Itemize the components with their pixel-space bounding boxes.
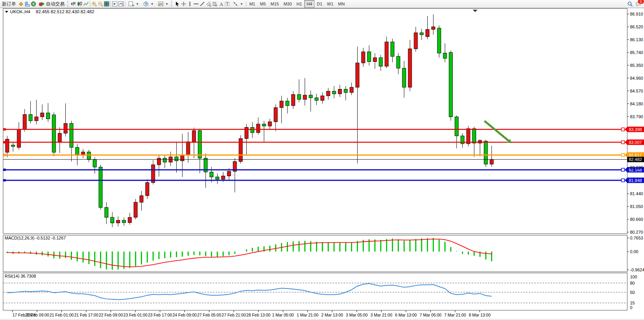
time-tick-label: 2 Mar 13:00 (321, 313, 343, 317)
time-tick-label: 7 Mar 05:00 (419, 313, 441, 317)
candle-body (128, 217, 132, 223)
line-chart-icon[interactable] (83, 1, 89, 7)
candle-body (122, 220, 126, 223)
toolbar-grip[interactable] (67, 1, 70, 7)
arrows-tool-icon (232, 1, 239, 7)
timeframe-button-m1[interactable]: M1 (247, 0, 258, 8)
timeframe-button-m15[interactable]: M15 (268, 0, 281, 8)
candle-body (262, 124, 266, 126)
chevron-down-icon: ▼ (165, 2, 168, 6)
line-left-anchor[interactable] (3, 169, 6, 171)
chart-title-quotes: 82.455 82.512 82.430 82.482 (36, 9, 94, 14)
line-right-anchor[interactable] (621, 179, 625, 182)
candle-body (443, 53, 447, 59)
line-right-anchor[interactable] (621, 168, 625, 171)
candle-body (484, 141, 488, 164)
timeframe-button-w1[interactable]: W1 (325, 0, 336, 8)
zoom-out-icon[interactable] (97, 1, 104, 7)
candle-body (490, 159, 493, 164)
time-tick-label: 3 Mar 21:00 (370, 313, 392, 317)
toolbar-separator (111, 1, 111, 7)
macd-tick-label: 0.7653 (630, 236, 643, 240)
candle-body (356, 63, 359, 87)
candle-body (256, 124, 260, 133)
text-label-tool-icon[interactable]: T (224, 1, 230, 7)
tile-windows-icon[interactable] (104, 1, 110, 7)
trendline-tool-icon[interactable] (199, 1, 205, 7)
new-order-button[interactable]: 新订单 (0, 0, 18, 8)
candle-body (11, 145, 15, 146)
profiles-button[interactable]: ▼ (141, 0, 156, 8)
rsi-tick-label: 80 (630, 281, 635, 285)
auto-trading-button[interactable]: 自动交易 (37, 0, 67, 8)
line-left-anchor[interactable] (3, 141, 6, 143)
timeframe-button-h1[interactable]: H1 (294, 0, 304, 8)
line-right-anchor[interactable] (621, 154, 625, 157)
price-tick-label: 85.740 (630, 50, 643, 55)
price-axis[interactable]: 86.91086.52086.13085.74085.35084.96084.5… (627, 12, 643, 234)
time-tick-label: 6 Mar 13:00 (395, 313, 417, 317)
candle-body (105, 208, 108, 217)
timeframe-button-d1[interactable]: D1 (314, 0, 325, 8)
channel-tool-icon[interactable]: E (205, 1, 212, 7)
time-tick-label: 27 Feb 21:00 (222, 313, 246, 317)
vertical-line-tool-icon[interactable] (187, 1, 193, 7)
new-chart-button[interactable]: ▼ (126, 0, 141, 8)
line-right-anchor[interactable] (621, 141, 625, 144)
price-tick-label: 80.660 (630, 217, 643, 222)
candle-body (449, 52, 453, 117)
candle-body (361, 52, 365, 63)
time-tick-label: 1 Mar 05:00 (272, 313, 294, 317)
candle-body (146, 182, 149, 196)
crosshair-icon[interactable] (181, 1, 187, 7)
candle-body (426, 30, 429, 37)
timeframe-button-m5[interactable]: M5 (258, 0, 268, 8)
search-icon[interactable] (627, 1, 633, 7)
toolbar-grip[interactable] (171, 1, 174, 7)
candle-body (70, 123, 73, 147)
time-tick-label: 1 Mar 21:00 (297, 313, 318, 317)
notifications-button[interactable]: 1 (635, 1, 642, 7)
candle-body (344, 89, 347, 92)
time-axis[interactable]: 17 Feb 202320 Feb 09:0021 Feb 01:0021 Fe… (12, 310, 491, 317)
rsi-label: RSI(14) 36.7308 (5, 274, 36, 278)
zoom-in-icon[interactable] (91, 1, 97, 7)
text-tool-icon[interactable]: A (218, 1, 224, 7)
navigator-icon[interactable] (30, 1, 37, 7)
indicator-window-remove-icon[interactable] (118, 1, 124, 7)
rsi-tick-label: 15 (630, 301, 635, 305)
rsi-tick-label: 0 (630, 305, 632, 310)
candle-body (5, 139, 9, 152)
line-left-anchor[interactable] (3, 179, 6, 182)
indicator-window-add-icon[interactable] (112, 1, 118, 7)
timeframe-button-mn[interactable]: MN (336, 0, 347, 8)
notification-count-badge: 1 (638, 0, 644, 4)
line-right-anchor[interactable] (621, 128, 625, 131)
svg-text:T: T (226, 2, 228, 6)
indicators-button[interactable]: ▼ (156, 0, 170, 8)
svg-text:E: E (209, 4, 211, 7)
cursor-icon[interactable] (174, 1, 181, 7)
timeframe-button-m30[interactable]: M30 (281, 0, 294, 8)
timeframe-button-h4[interactable]: H4 (304, 0, 314, 8)
auto-trading-icon (39, 1, 45, 7)
data-window-icon[interactable] (24, 1, 30, 7)
market-watch-icon[interactable] (18, 1, 24, 7)
fibonacci-tool-icon[interactable]: F (212, 1, 218, 7)
shapes-button[interactable]: ▼ (230, 0, 245, 8)
bar-chart-icon[interactable] (70, 1, 77, 7)
candle-body (251, 127, 254, 133)
time-tick-label: 23 Feb 17:00 (148, 313, 172, 317)
candlestick-chart-icon[interactable] (77, 1, 83, 7)
candle-body (198, 131, 202, 158)
rsi-tick-label: 100 (630, 275, 637, 279)
candle-body (116, 220, 120, 223)
chart-canvas[interactable]: 83.39883.00782.61782.16881.84882.48286.9… (0, 0, 644, 320)
line-left-anchor[interactable] (3, 154, 6, 156)
candle-body (280, 101, 283, 108)
price-tick-label: 81.050 (630, 204, 643, 209)
time-tick-label: 22 Feb 09:00 (99, 313, 123, 317)
candle-body (291, 94, 295, 106)
horizontal-line-tool-icon[interactable] (193, 1, 199, 7)
line-left-anchor[interactable] (3, 128, 6, 131)
